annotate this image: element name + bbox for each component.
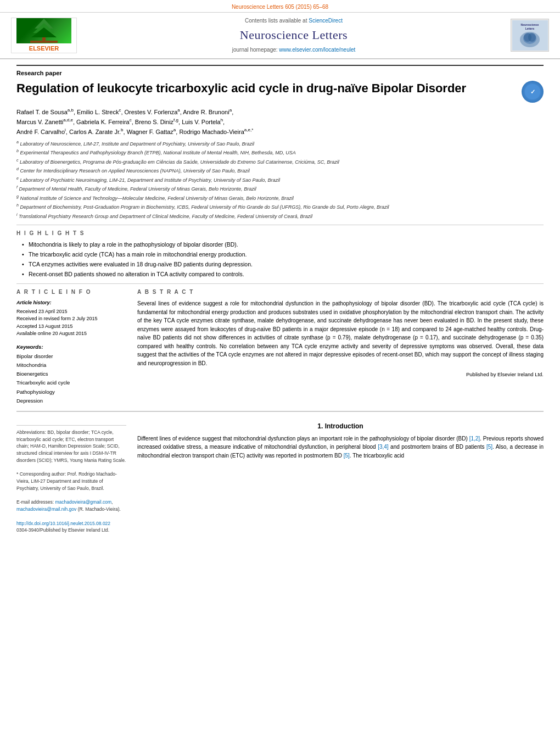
divider-3 [16,411,544,412]
highlight-item-2: The tricarboxylic acid cycle (TCA) has a… [22,250,544,259]
divider-1 [16,225,544,225]
author-3: André F. Carvalhoi, Carlos A. Zarate Jr.… [16,129,253,135]
ref-1[interactable]: [1,2] [469,436,480,442]
accepted-date: Accepted 13 August 2015 [16,323,126,331]
svg-text:✓: ✓ [530,88,535,95]
history-label: Article history: [16,299,126,307]
article-info-col: A R T I C L E I N F O Article history: R… [16,288,126,405]
highlights-section: H I G H L I G H T S Mitochondria is like… [16,230,544,278]
affil-b: b Experimental Therapeutics and Pathophy… [16,148,544,157]
article-info-block: Article history: Received 23 April 2015 … [16,299,126,338]
contents-available: Contents lists available at ScienceDirec… [88,17,500,25]
elsevier-tree-svg [19,18,69,43]
divider-2 [16,283,544,284]
author-1: Rafael T. de Sousaa,b, Emilio L. Streckc… [16,109,233,115]
affiliations-section: a Laboratory of Neuroscience, LIM-27, In… [16,140,544,221]
keyword-1: Bipolar disorder [16,352,126,361]
journal-top-ref: Neuroscience Letters 605 (2015) 65–68 [0,0,560,13]
journal-ref-text: Neuroscience Letters 605 (2015) 65–68 [232,4,328,10]
ref-2[interactable]: [3,4] [378,444,388,450]
keywords-section: Keywords: Bipolar disorder Mitochondria … [16,343,126,405]
elsevier-logo: ELSEVIER [11,18,77,53]
highlight-item-3: TCA enzymes activities were evaluated in… [22,260,544,269]
ref-3[interactable]: [5] [486,444,492,450]
elsevier-text: ELSEVIER [29,44,59,53]
author-2: Marcus V. Zanettia,d,e, Gabriela K. Ferr… [16,119,225,125]
keyword-5: Pathophysiology [16,388,126,397]
affil-f: f Department of Mental Health, Faculty o… [16,185,544,193]
published-by: Published by Elsevier Ireland Ltd. [137,371,544,378]
journal-cover-image: Neuroscience Letters [512,20,548,51]
keywords-label: Keywords: [16,343,126,350]
abstract-section: A B S T R A C T Several lines of evidenc… [137,288,544,378]
keyword-3: Bioenergetics [16,370,126,378]
introduction-section: 1. Introduction Different lines of evide… [137,422,544,460]
title-area: Regulation of leukocyte tricarboxylic ac… [16,81,544,103]
introduction-header: 1. Introduction [137,422,544,431]
email-link[interactable]: machadovieira@gmail.com [55,499,111,505]
corresponding-text: * Corresponding author: Prof. Rodrigo Ma… [16,471,126,492]
received-date: Received 23 April 2015 [16,308,126,316]
svg-text:Neuroscience: Neuroscience [520,23,539,26]
highlight-item-1: Mitochondria is likely to play a role in… [22,241,544,249]
elsevier-tree-image [16,18,71,43]
svg-rect-4 [30,41,58,43]
introduction-col: 1. Introduction Different lines of evide… [137,416,544,534]
svg-text:Letters: Letters [525,27,534,30]
affil-g: g National Institute of Science and Tech… [16,194,544,203]
crossmark-icon[interactable]: ✓ [522,81,544,103]
page: Neuroscience Letters 605 (2015) 65–68 EL… [0,0,560,539]
abstract-paragraph: Several lines of evidence suggest a role… [137,299,544,367]
info-abstract-cols: A R T I C L E I N F O Article history: R… [16,288,544,405]
homepage-link[interactable]: www.elsevier.com/locate/neulet [279,47,355,53]
journal-header: ELSEVIER Contents lists available at Sci… [0,13,560,59]
keyword-2: Mitochondria [16,361,126,370]
issn-text: 0304-3940/Published by Elsevier Ireland … [16,527,109,533]
abbreviations-text: Abbreviations: BD, bipolar disorder; TCA… [16,429,126,464]
abstract-text: Several lines of evidence suggest a role… [137,299,544,367]
abstract-col: A B S T R A C T Several lines of evidenc… [137,288,544,405]
article-info-header: A R T I C L E I N F O [16,288,126,296]
sciencedirect-link[interactable]: ScienceDirect [309,18,343,24]
doi-link[interactable]: http://dx.doi.org/10.1016/j.neulet.2015.… [16,521,110,526]
affil-c: c Laboratory of Bioenergetics, Programa … [16,158,544,166]
ref-4[interactable]: [5] [344,453,350,459]
highlight-item-4: Recent-onset BD patients showed no alter… [22,270,544,278]
authors-section: Rafael T. de Sousaa,b, Emilio L. Streckc… [16,107,544,137]
affil-a: a Laboratory of Neuroscience, LIM-27, In… [16,140,544,148]
keywords-list: Bipolar disorder Mitochondria Bioenerget… [16,352,126,405]
svg-point-11 [528,33,536,42]
available-date: Available online 20 August 2015 [16,330,126,338]
email-link-2[interactable]: machadovieira@mail.nih.gov [16,506,76,512]
revised-date: Received in revised form 2 July 2015 [16,315,126,323]
homepage-text: journal homepage: www.elsevier.com/locat… [88,46,500,54]
footnotes-area: Abbreviations: BD, bipolar disorder; TCA… [16,425,126,534]
highlights-header: H I G H L I G H T S [16,230,544,237]
affil-h: h Department of Biochemistry, Post-Gradu… [16,203,544,211]
affil-e: e Laboratory of Psychiatric Neuroimaging… [16,176,544,185]
keyword-4: Tricarboxylic acid cycle [16,378,126,387]
affil-i: i Translational Psychiatry Research Grou… [16,212,544,221]
introduction-text: Different lines of evidence suggest that… [137,434,544,460]
article-type-label: Research paper [16,65,544,77]
journal-title: Neuroscience Letters [88,27,500,44]
main-content: Research paper Regulation of leukocyte t… [0,59,560,539]
highlights-list: Mitochondria is likely to play a role in… [16,241,544,278]
bottom-cols: Abbreviations: BD, bipolar disorder; TCA… [16,416,544,534]
affil-d: d Center for Interdisciplinary Research … [16,166,544,175]
footnotes-col: Abbreviations: BD, bipolar disorder; TCA… [16,416,126,534]
email-text: E-mail addresses: machadovieira@gmail.co… [16,499,126,513]
journal-logo-right: Neuroscience Letters [511,19,549,52]
article-title: Regulation of leukocyte tricarboxylic ac… [16,81,516,97]
abstract-header: A B S T R A C T [137,288,544,296]
article-info-section: A R T I C L E I N F O Article history: R… [16,288,126,405]
keyword-6: Depression [16,397,126,405]
header-center: Contents lists available at ScienceDirec… [77,17,511,54]
